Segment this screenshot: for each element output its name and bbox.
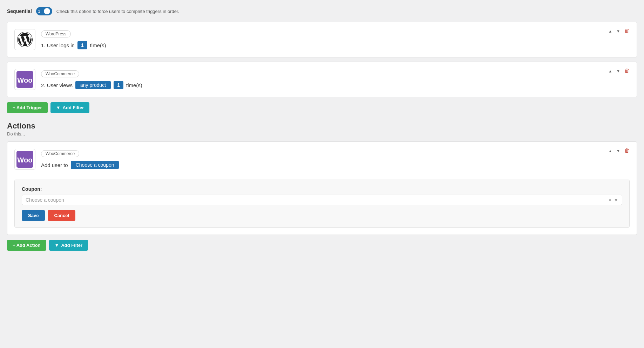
svg-text:Woo: Woo — [17, 76, 32, 84]
trigger-2-controls — [607, 67, 631, 75]
action-1-body: WooCommerce Add user to Choose a coupon — [41, 149, 630, 169]
filter-icon-actions: ▼ — [55, 243, 59, 248]
cancel-button[interactable]: Cancel — [48, 210, 75, 221]
woocommerce-icon: Woo — [16, 71, 33, 88]
action-1-text: Add user to Choose a coupon — [41, 161, 630, 169]
trigger-2-count: 1 — [114, 81, 123, 89]
add-filter-label-triggers: Add Filter — [63, 105, 84, 110]
toggle-label: 1 — [38, 9, 40, 13]
trigger-buttons-row: + Add Trigger ▼ Add Filter — [7, 102, 637, 113]
action-buttons-row: + Add Action ▼ Add Filter — [7, 240, 637, 251]
woocommerce-action-icon: Woo — [16, 151, 33, 168]
coupon-dropdown-icon[interactable]: ▼ — [614, 197, 618, 203]
sequential-label: Sequential — [7, 8, 32, 14]
action-1-delete-button[interactable] — [623, 147, 631, 154]
trigger-1-text: 1. User logs in 1 time(s) — [41, 41, 630, 49]
toggle-knob — [44, 8, 50, 14]
action-1-coupon-button[interactable]: Choose a coupon — [71, 161, 119, 169]
filter-icon-triggers: ▼ — [56, 105, 61, 110]
trigger-2-text: 2. User views any product 1 time(s) — [41, 81, 630, 89]
trigger-2-delete-button[interactable] — [623, 67, 631, 75]
trigger-2-prefix: 2. User views — [41, 82, 73, 88]
trigger-2-badge: WooCommerce — [41, 70, 79, 77]
actions-subtitle: Do this... — [7, 131, 637, 137]
action-1-prefix: Add user to — [41, 162, 68, 168]
sequential-row: Sequential 1 Check this option to force … — [7, 7, 637, 15]
trigger-card-1: WordPress 1. User logs in 1 time(s) — [7, 22, 637, 57]
trigger-1-suffix: time(s) — [90, 42, 106, 48]
add-filter-button-triggers[interactable]: ▼ Add Filter — [50, 102, 90, 113]
trigger-2-product-button[interactable]: any product — [75, 81, 111, 89]
svg-text:Woo: Woo — [17, 156, 32, 164]
save-button[interactable]: Save — [22, 210, 45, 221]
action-1-badge: WooCommerce — [41, 150, 79, 157]
trigger-2-up-button[interactable] — [607, 67, 614, 74]
trigger-1-prefix: 1. User logs in — [41, 42, 75, 48]
add-filter-label-actions: Add Filter — [61, 243, 82, 248]
trigger-1-down-button[interactable] — [615, 27, 622, 34]
trigger-1-badge: WordPress — [41, 30, 71, 37]
coupon-select-icons: × ▼ — [609, 197, 618, 203]
coupon-panel-buttons: Save Cancel — [22, 210, 622, 221]
sequential-description: Check this option to force users to comp… — [56, 9, 179, 14]
trigger-2-body: WooCommerce 2. User views any product 1 … — [41, 69, 630, 89]
add-trigger-button[interactable]: + Add Trigger — [7, 102, 48, 113]
coupon-select[interactable]: Choose a coupon × ▼ — [22, 195, 622, 205]
trigger-1-count: 1 — [77, 41, 87, 49]
coupon-panel: Coupon: Choose a coupon × ▼ Save Cancel — [14, 180, 630, 228]
actions-title: Actions — [7, 121, 637, 131]
add-action-button[interactable]: + Add Action — [7, 240, 46, 251]
trigger-2-suffix: time(s) — [126, 82, 142, 88]
coupon-label: Coupon: — [22, 186, 622, 192]
woocommerce-icon-container-trigger: Woo — [14, 69, 35, 90]
sequential-toggle[interactable]: 1 — [36, 7, 52, 15]
woocommerce-icon-container-action: Woo — [14, 149, 35, 170]
action-1-down-button[interactable] — [615, 147, 622, 154]
coupon-placeholder: Choose a coupon — [26, 197, 609, 203]
actions-section-header: Actions Do this... — [7, 121, 637, 137]
coupon-clear-icon[interactable]: × — [609, 197, 611, 203]
trigger-1-body: WordPress 1. User logs in 1 time(s) — [41, 29, 630, 49]
action-1-controls — [607, 147, 631, 154]
action-card-1: Woo WooCommerce Add user to Choose a cou… — [7, 141, 637, 235]
wordpress-icon-container — [14, 29, 35, 50]
trigger-1-delete-button[interactable] — [623, 27, 631, 35]
trigger-2-down-button[interactable] — [615, 67, 622, 74]
trigger-card-2: Woo WooCommerce 2. User views any produc… — [7, 62, 637, 97]
trigger-1-up-button[interactable] — [607, 27, 614, 34]
add-filter-button-actions[interactable]: ▼ Add Filter — [49, 240, 88, 251]
action-card-1-top: Woo WooCommerce Add user to Choose a cou… — [14, 149, 630, 170]
trigger-1-controls — [607, 27, 631, 35]
wordpress-icon — [17, 32, 33, 47]
action-1-up-button[interactable] — [607, 147, 614, 154]
